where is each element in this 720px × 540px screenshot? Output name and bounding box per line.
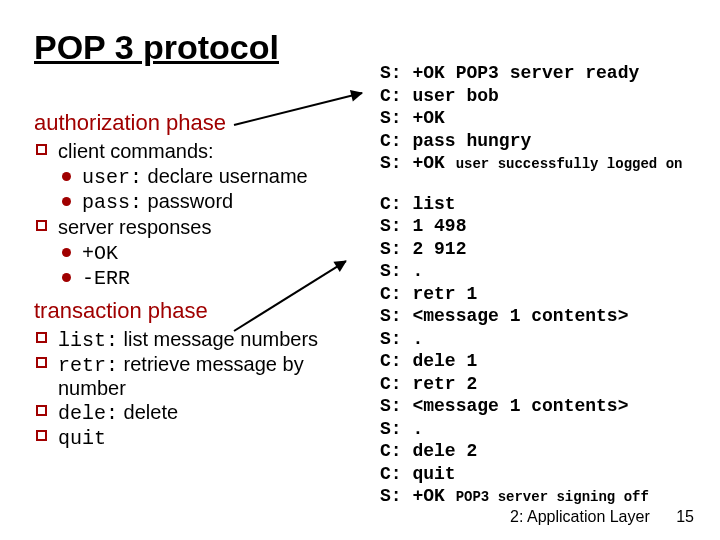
- line: S: .: [380, 260, 720, 283]
- code: user:: [82, 166, 142, 189]
- line: S: +OK POP3 server signing off: [380, 485, 720, 508]
- line: S: <message 1 contents>: [380, 305, 720, 328]
- line: S: .: [380, 418, 720, 441]
- text: list message numbers: [118, 328, 318, 350]
- line: C: list: [380, 193, 720, 216]
- trans-item-dele: dele: delete: [34, 401, 364, 425]
- code: +OK: [82, 242, 118, 265]
- auth-item-client: client commands: user: declare username …: [34, 140, 364, 214]
- code: -ERR: [82, 267, 130, 290]
- trans-item-quit: quit: [34, 426, 364, 450]
- line: S: 1 498: [380, 215, 720, 238]
- slide: POP 3 protocol authorization phase clien…: [0, 0, 720, 540]
- code: pass:: [82, 191, 142, 214]
- line: C: retr 2: [380, 373, 720, 396]
- auth-sub-err: -ERR: [58, 266, 364, 290]
- session-transcript: S: +OK POP3 server ready C: user bob S: …: [380, 62, 720, 508]
- auth-heading: authorization phase: [34, 110, 364, 136]
- footer: 2: Application Layer 15: [510, 508, 694, 526]
- trans-item-list: list: list message numbers: [34, 328, 364, 352]
- line: C: user bob: [380, 85, 720, 108]
- auth-sub-user: user: declare username: [58, 165, 364, 189]
- line: S: .: [380, 328, 720, 351]
- line: S: +OK POP3 server ready: [380, 62, 720, 85]
- text: password: [142, 190, 233, 212]
- auth-sub-pass: pass: password: [58, 190, 364, 214]
- auth-item-client-text: client commands:: [58, 140, 214, 162]
- slide-title: POP 3 protocol: [34, 28, 279, 67]
- code: dele:: [58, 402, 118, 425]
- line: S: +OK: [380, 107, 720, 130]
- line: C: dele 2: [380, 440, 720, 463]
- line: C: quit: [380, 463, 720, 486]
- text: delete: [118, 401, 178, 423]
- line: S: <message 1 contents>: [380, 395, 720, 418]
- trans-list: list: list message numbers retr: retriev…: [34, 328, 364, 450]
- left-column: authorization phase client commands: use…: [34, 108, 364, 458]
- trans-heading: transaction phase: [34, 298, 364, 324]
- code: retr:: [58, 354, 118, 377]
- text: declare username: [142, 165, 308, 187]
- auth-client-sublist: user: declare username pass: password: [58, 165, 364, 214]
- line: C: dele 1: [380, 350, 720, 373]
- code: list:: [58, 329, 118, 352]
- auth-sub-ok: +OK: [58, 241, 364, 265]
- line: S: 2 912: [380, 238, 720, 261]
- auth-list: client commands: user: declare username …: [34, 140, 364, 290]
- trans-item-retr: retr: retrieve message by number: [34, 353, 364, 400]
- line: C: retr 1: [380, 283, 720, 306]
- footer-page: 15: [676, 508, 694, 526]
- footer-chapter: 2: Application Layer: [510, 508, 650, 525]
- gap: [380, 175, 720, 193]
- auth-item-server: server responses +OK -ERR: [34, 216, 364, 290]
- line: S: +OK user successfully logged on: [380, 152, 720, 175]
- line: C: pass hungry: [380, 130, 720, 153]
- code: quit: [58, 427, 106, 450]
- auth-item-server-text: server responses: [58, 216, 211, 238]
- auth-server-sublist: +OK -ERR: [58, 241, 364, 290]
